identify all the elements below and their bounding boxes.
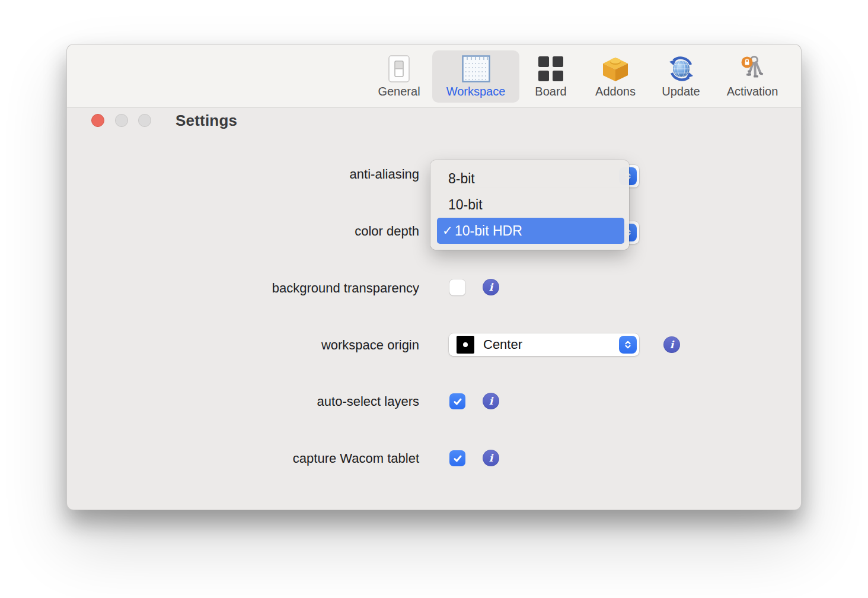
close-button[interactable] (91, 114, 104, 127)
workspace-origin-popup[interactable]: Center (449, 333, 639, 356)
checkmark-icon: ✓ (437, 224, 455, 238)
menu-item-label: 10-bit (448, 197, 483, 213)
auto-select-layers-label: auto-select layers (317, 394, 419, 409)
tab-workspace[interactable]: Workspace (432, 50, 519, 103)
tab-board-label: Board (535, 85, 566, 103)
tab-general[interactable]: General (372, 50, 426, 103)
info-icon: i (670, 340, 674, 350)
workspace-origin-info-button[interactable]: i (663, 336, 680, 353)
tab-activation[interactable]: Activation (717, 50, 788, 103)
workspace-origin-label: workspace origin (321, 338, 419, 353)
canvas-grid-icon (462, 50, 490, 85)
stepper-chevrons-icon (619, 336, 637, 354)
zoom-button[interactable] (138, 114, 151, 127)
info-icon: i (489, 453, 493, 463)
anti-aliasing-label: anti-aliasing (350, 167, 419, 182)
tab-board[interactable]: Board (524, 50, 577, 103)
auto-select-layers-info-button[interactable]: i (483, 393, 499, 409)
four-squares-icon (538, 50, 563, 85)
menu-item-label: 10-bit HDR (455, 223, 522, 239)
background-transparency-checkbox[interactable] (449, 279, 465, 295)
capture-wacom-tablet-info-button[interactable]: i (483, 450, 499, 466)
auto-select-layers-checkbox[interactable] (449, 393, 465, 409)
checkmark-icon (452, 396, 463, 407)
tab-update[interactable]: Update (653, 50, 709, 103)
light-switch-icon (387, 50, 411, 85)
settings-window: Settings General (66, 44, 802, 510)
minimize-button[interactable] (115, 114, 128, 127)
origin-center-icon (457, 336, 474, 354)
titlebar: Settings General (67, 44, 801, 108)
menu-item-10-bit-hdr[interactable]: ✓ 10-bit HDR (437, 218, 624, 244)
tab-workspace-label: Workspace (446, 85, 506, 103)
background-transparency-label: background transparency (272, 281, 419, 296)
tab-activation-label: Activation (727, 85, 778, 103)
checkmark-icon (452, 453, 463, 464)
tab-general-label: General (378, 85, 420, 103)
menu-item-label: 8-bit (448, 171, 475, 187)
window-title: Settings (175, 112, 237, 130)
menu-item-8-bit[interactable]: 8-bit (430, 166, 629, 192)
capture-wacom-tablet-label: capture Wacom tablet (293, 451, 419, 466)
workspace-origin-value: Center (483, 337, 522, 352)
info-icon: i (489, 396, 493, 406)
menu-item-10-bit[interactable]: 10-bit (430, 192, 629, 218)
tab-update-label: Update (662, 85, 700, 103)
globe-sync-icon (667, 50, 695, 85)
capture-wacom-tablet-checkbox[interactable] (449, 450, 465, 466)
background-transparency-info-button[interactable]: i (483, 279, 499, 295)
brick-icon (601, 50, 630, 85)
info-icon: i (489, 282, 493, 292)
tab-addons[interactable]: Addons (586, 50, 645, 103)
tab-addons-label: Addons (595, 85, 636, 103)
color-depth-menu: 8-bit 10-bit ✓ 10-bit HDR (430, 160, 629, 250)
keychain-icon (738, 50, 767, 85)
color-depth-label: color depth (355, 224, 419, 239)
